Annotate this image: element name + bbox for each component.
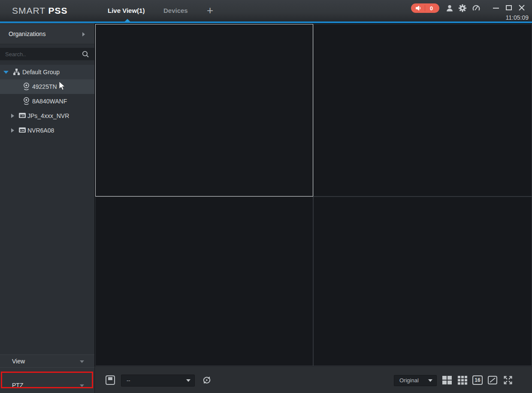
video-cell-1-selected[interactable] <box>95 24 313 196</box>
video-cell-4[interactable] <box>313 196 532 366</box>
brand-light: SMART <box>12 6 48 15</box>
clock: 11:05:09 <box>506 14 529 21</box>
view-select-dropdown[interactable]: -- <box>121 375 195 387</box>
organizations-header[interactable]: Organizations <box>0 24 94 44</box>
expand-arrow-icon[interactable] <box>3 71 9 74</box>
video-cell-3[interactable] <box>95 196 313 366</box>
fullscreen-icon[interactable] <box>503 375 513 385</box>
collapse-arrow-icon[interactable] <box>11 128 14 133</box>
organizations-label: Organizations <box>9 24 45 44</box>
chevron-down-icon <box>428 379 432 382</box>
speaker-icon <box>415 5 422 11</box>
chevron-down-icon <box>80 384 84 387</box>
tree-item-camera-8a840wanf[interactable]: 8A840WANF <box>0 94 94 109</box>
alarm-indicator[interactable]: 0 <box>411 3 439 13</box>
brand-bold: PSS <box>48 6 68 15</box>
maximize-button[interactable] <box>505 4 513 11</box>
tree-item-label: Default Group <box>22 65 60 79</box>
video-grid <box>95 23 532 366</box>
smartpss-window: SMART PSS Live View(1) Devices + 0 <box>0 0 532 393</box>
alarm-count: 0 <box>425 5 439 12</box>
view-label: View <box>12 355 25 368</box>
collapse-arrow-icon[interactable] <box>11 114 14 118</box>
search-input[interactable] <box>5 48 78 60</box>
group-icon <box>13 68 20 76</box>
minimize-button[interactable] <box>492 4 500 11</box>
gauge-icon[interactable] <box>472 4 481 12</box>
sidebar: Organizations Default Group <box>0 23 94 393</box>
tree-item-camera-49225tn[interactable]: 49225TN <box>0 79 94 94</box>
tab-devices[interactable]: Devices <box>163 0 188 21</box>
view-panel-header[interactable]: View <box>0 354 94 367</box>
tree-item-label: JPs_4xxx_NVR <box>27 109 69 123</box>
tree-item-nvr-jps4xxx[interactable]: JPs_4xxx_NVR <box>0 109 94 123</box>
titlebar: SMART PSS Live View(1) Devices + 0 <box>0 0 532 21</box>
tab-live-view[interactable]: Live View(1) <box>108 0 145 21</box>
tree-item-label: 8A840WANF <box>32 94 67 109</box>
search-icon[interactable] <box>82 50 89 58</box>
tree-item-default-group[interactable]: Default Group <box>0 65 94 79</box>
chevron-down-icon <box>186 379 190 382</box>
camera-icon <box>23 82 30 91</box>
search-box <box>0 48 94 60</box>
view-select-value: -- <box>127 375 130 386</box>
add-tab-button[interactable]: + <box>207 0 213 21</box>
grid-9-layout-icon[interactable] <box>457 375 468 385</box>
user-icon[interactable] <box>445 4 454 12</box>
grid-16-layout-button[interactable]: 16 <box>472 375 483 385</box>
save-view-icon[interactable] <box>105 375 115 385</box>
grid-4-layout-icon[interactable] <box>442 375 452 385</box>
app-logo: SMART PSS <box>12 0 68 21</box>
tree-item-label: 49225TN <box>32 79 57 94</box>
ptz-panel-header[interactable]: PTZ <box>0 367 94 393</box>
tree-item-nvr-nvr6a08[interactable]: NVR6A08 <box>0 123 94 138</box>
custom-split-icon[interactable] <box>487 375 498 385</box>
device-tree: Default Group 49225TN 8A840WANF <box>0 65 94 138</box>
close-button[interactable] <box>518 4 526 11</box>
gear-icon[interactable] <box>458 4 467 12</box>
bottom-toolbar: -- Original 16 <box>95 366 532 393</box>
video-cell-2[interactable] <box>313 24 532 196</box>
chevron-down-icon <box>80 360 84 363</box>
ptz-label: PTZ <box>12 379 23 392</box>
nvr-icon <box>18 127 26 133</box>
nvr-icon <box>18 112 26 119</box>
refresh-icon[interactable] <box>202 375 212 385</box>
scale-value: Original <box>399 375 419 386</box>
tree-item-label: NVR6A08 <box>27 123 54 138</box>
camera-icon <box>23 97 30 105</box>
chevron-right-icon <box>82 32 85 36</box>
scale-dropdown[interactable]: Original <box>394 375 437 386</box>
active-tab-marker <box>124 19 130 22</box>
